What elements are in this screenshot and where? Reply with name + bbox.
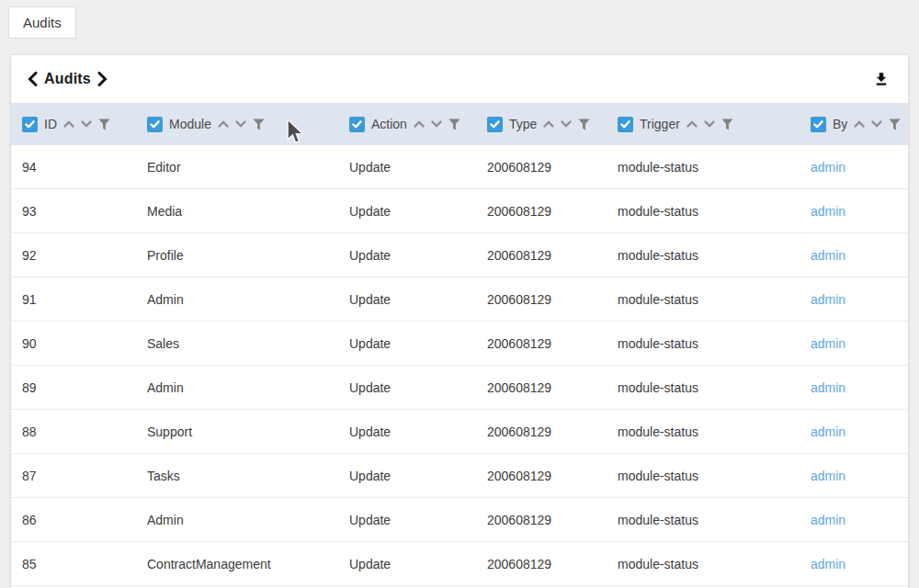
cell-action: Update [338, 248, 476, 263]
cell-type: 200608129 [476, 380, 607, 395]
cell-module: Profile [136, 248, 338, 263]
table-row[interactable]: 86 Admin Update 200608129 module-status … [11, 498, 908, 542]
cell-trigger: module-status [607, 557, 800, 571]
by-user-link[interactable]: admin [811, 336, 845, 351]
chevron-left-icon[interactable] [28, 72, 38, 86]
by-user-link[interactable]: admin [811, 469, 845, 483]
cell-action: Update [338, 336, 476, 351]
table-row[interactable]: 92 Profile Update 200608129 module-statu… [11, 233, 908, 277]
cell-trigger: module-status [607, 513, 800, 527]
cell-by: admin [800, 557, 908, 571]
table-body: 94 Editor Update 200608129 module-status… [11, 145, 908, 586]
column-label: ID [44, 117, 57, 131]
cell-type: 200608129 [476, 292, 607, 307]
cell-id: 86 [11, 513, 136, 527]
column-label: By [833, 117, 847, 131]
cell-action: Update [338, 513, 476, 527]
cell-id: 88 [11, 424, 136, 439]
by-user-link[interactable]: admin [811, 380, 845, 395]
column-label: Action [371, 117, 407, 131]
column-header-by: By [800, 117, 908, 132]
card-titlebar: Audits [11, 55, 908, 103]
download-icon[interactable] [873, 71, 890, 87]
cell-trigger: module-status [607, 336, 800, 351]
cell-id: 94 [11, 160, 136, 175]
table-row[interactable]: 88 Support Update 200608129 module-statu… [11, 410, 908, 454]
table-row[interactable]: 89 Admin Update 200608129 module-status … [11, 366, 908, 410]
cell-id: 93 [11, 204, 136, 219]
cell-module: Sales [136, 336, 338, 351]
cell-trigger: module-status [607, 160, 800, 175]
table-row[interactable]: 91 Admin Update 200608129 module-status … [11, 277, 908, 322]
select-column-checkbox[interactable] [811, 117, 826, 132]
column-header-action: Action [338, 117, 476, 132]
by-user-link[interactable]: admin [811, 513, 845, 527]
cell-id: 90 [11, 336, 136, 351]
sort-ascending-icon[interactable] [63, 120, 74, 128]
sort-ascending-icon[interactable] [543, 120, 554, 128]
chevron-right-icon[interactable] [97, 72, 108, 86]
select-column-checkbox[interactable] [147, 117, 163, 132]
column-header-id: ID [11, 117, 136, 132]
filter-icon[interactable] [98, 119, 110, 130]
table-header-row: ID Module Action [11, 103, 908, 145]
cell-module: Admin [136, 513, 338, 527]
cell-id: 92 [11, 248, 136, 263]
cell-action: Update [338, 160, 476, 175]
cell-module: Media [136, 204, 338, 219]
filter-icon[interactable] [721, 119, 733, 130]
by-user-link[interactable]: admin [811, 292, 845, 307]
select-column-checkbox[interactable] [618, 117, 633, 132]
filter-icon[interactable] [448, 119, 460, 130]
sort-descending-icon[interactable] [431, 120, 442, 128]
column-header-module: Module [136, 117, 338, 132]
cell-trigger: module-status [607, 204, 800, 219]
table-row[interactable]: 87 Tasks Update 200608129 module-status … [11, 454, 908, 498]
table-row[interactable]: 93 Media Update 200608129 module-status … [11, 189, 908, 233]
tab-audits-label: Audits [23, 15, 62, 30]
select-column-checkbox[interactable] [487, 117, 503, 132]
sort-ascending-icon[interactable] [686, 120, 698, 128]
title-group: Audits [28, 71, 108, 87]
by-user-link[interactable]: admin [811, 424, 845, 439]
cell-type: 200608129 [476, 424, 607, 439]
tab-audits[interactable]: Audits [8, 6, 76, 39]
sort-descending-icon[interactable] [871, 120, 882, 128]
cell-by: admin [800, 513, 908, 527]
cell-action: Update [338, 469, 476, 483]
table-row[interactable]: 90 Sales Update 200608129 module-status … [11, 322, 908, 366]
sort-descending-icon[interactable] [81, 120, 92, 128]
cell-by: admin [800, 160, 908, 175]
cell-id: 85 [11, 557, 136, 571]
column-header-type: Type [476, 117, 607, 132]
filter-icon[interactable] [889, 119, 901, 130]
cell-type: 200608129 [476, 557, 607, 571]
sort-descending-icon[interactable] [235, 120, 246, 128]
sort-descending-icon[interactable] [704, 120, 715, 128]
cell-trigger: module-status [607, 424, 800, 439]
filter-icon[interactable] [253, 119, 265, 130]
cell-module: Editor [136, 160, 338, 175]
cell-trigger: module-status [607, 292, 800, 307]
by-user-link[interactable]: admin [811, 248, 845, 263]
sort-ascending-icon[interactable] [218, 120, 229, 128]
select-column-checkbox[interactable] [22, 117, 38, 132]
sort-descending-icon[interactable] [561, 120, 572, 128]
sort-ascending-icon[interactable] [414, 120, 425, 128]
table-row[interactable]: 94 Editor Update 200608129 module-status… [11, 145, 908, 189]
cell-id: 91 [11, 292, 136, 307]
select-column-checkbox[interactable] [349, 117, 365, 132]
by-user-link[interactable]: admin [811, 204, 845, 219]
table-row[interactable]: 85 ContractManagement Update 200608129 m… [11, 542, 908, 586]
cell-type: 200608129 [476, 160, 607, 175]
column-label: Module [169, 117, 211, 131]
by-user-link[interactable]: admin [811, 160, 845, 175]
audits-card: Audits ID Module [11, 55, 908, 588]
cell-id: 89 [11, 380, 136, 395]
cell-by: admin [800, 248, 908, 263]
cell-by: admin [800, 424, 908, 439]
sort-ascending-icon[interactable] [854, 120, 865, 128]
by-user-link[interactable]: admin [811, 557, 845, 571]
filter-icon[interactable] [578, 119, 590, 130]
cell-action: Update [338, 424, 476, 439]
